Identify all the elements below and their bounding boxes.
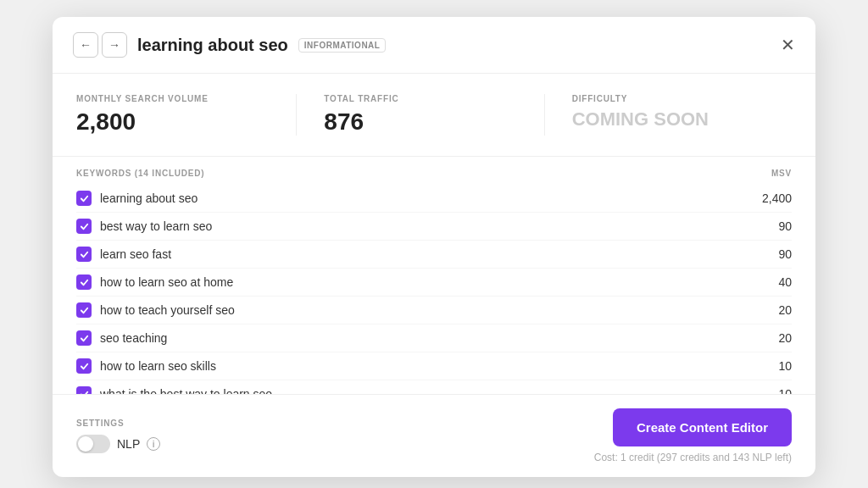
keyword-checkbox-2[interactable]: [76, 247, 92, 262]
keyword-msv-2: 90: [778, 247, 792, 261]
stat-value-msv: 2,800: [76, 108, 269, 136]
footer: SETTINGS NLP i Create Content Editor Cos…: [53, 394, 815, 477]
keyword-left-5: seo teaching: [76, 330, 167, 346]
keyword-text-5: seo teaching: [100, 331, 167, 345]
modal-container: ← → learning about seo INFORMATIONAL ✕ M…: [53, 17, 815, 477]
keyword-text-3: how to learn seo at home: [100, 275, 233, 289]
nlp-toggle[interactable]: [76, 435, 110, 453]
footer-right: Create Content Editor Cost: 1 credit (29…: [594, 408, 792, 463]
keyword-text-1: best way to learn seo: [100, 219, 212, 233]
modal-header: ← → learning about seo INFORMATIONAL ✕: [53, 17, 815, 74]
keyword-msv-5: 20: [778, 331, 792, 345]
stat-value-difficulty: COMING SOON: [572, 108, 765, 130]
stats-row: MONTHLY SEARCH VOLUME 2,800 TOTAL TRAFFI…: [53, 74, 815, 157]
settings-area: SETTINGS NLP i: [76, 419, 160, 453]
keyword-row[interactable]: how to learn seo at home40: [76, 269, 792, 297]
keywords-header: KEYWORDS (14 INCLUDED) MSV: [76, 157, 792, 185]
info-icon[interactable]: i: [147, 437, 160, 451]
keyword-left-6: how to learn seo skills: [76, 358, 216, 374]
keyword-text-2: learn seo fast: [100, 247, 171, 261]
forward-button[interactable]: →: [102, 32, 127, 58]
keyword-text-0: learning about seo: [100, 191, 198, 205]
keyword-left-4: how to teach yourself seo: [76, 302, 235, 318]
nlp-row: NLP i: [76, 435, 160, 453]
keyword-row[interactable]: seo teaching20: [76, 324, 792, 352]
keyword-left-3: how to learn seo at home: [76, 274, 233, 290]
stat-difficulty: DIFFICULTY COMING SOON: [572, 94, 792, 136]
settings-label: SETTINGS: [76, 419, 160, 428]
stat-total-traffic: TOTAL TRAFFIC 876: [324, 94, 544, 136]
keyword-msv-4: 20: [778, 303, 792, 317]
keyword-msv-6: 10: [778, 359, 792, 373]
keyword-left-1: best way to learn seo: [76, 219, 212, 234]
keyword-checkbox-0[interactable]: [76, 191, 92, 206]
keyword-checkbox-1[interactable]: [76, 219, 92, 234]
keyword-row[interactable]: best way to learn seo90: [76, 213, 792, 241]
keywords-label: KEYWORDS (14 INCLUDED): [76, 169, 205, 178]
create-content-editor-button[interactable]: Create Content Editor: [613, 408, 792, 446]
keyword-msv-3: 40: [778, 275, 792, 289]
stat-label-msv: MONTHLY SEARCH VOLUME: [76, 94, 269, 103]
nlp-label: NLP: [117, 437, 140, 451]
keyword-checkbox-4[interactable]: [76, 302, 92, 318]
keyword-checkbox-7[interactable]: [76, 386, 92, 394]
keyword-checkbox-6[interactable]: [76, 358, 92, 374]
stat-label-difficulty: DIFFICULTY: [572, 94, 765, 103]
nav-buttons: ← →: [73, 32, 127, 58]
cost-text: Cost: 1 credit (297 credits and 143 NLP …: [594, 452, 792, 463]
keyword-text-6: how to learn seo skills: [100, 359, 216, 373]
modal-title: learning about seo: [137, 36, 288, 55]
keyword-text-4: how to teach yourself seo: [100, 303, 235, 317]
back-button[interactable]: ←: [73, 32, 98, 58]
stat-monthly-search-volume: MONTHLY SEARCH VOLUME 2,800: [76, 94, 297, 136]
keyword-msv-1: 90: [778, 219, 792, 233]
keyword-checkbox-3[interactable]: [76, 274, 92, 290]
toggle-knob: [78, 436, 93, 452]
keyword-row[interactable]: learning about seo2,400: [76, 185, 792, 213]
stat-value-traffic: 876: [324, 108, 516, 136]
msv-column-label: MSV: [771, 169, 792, 178]
keyword-row[interactable]: learn seo fast90: [76, 241, 792, 269]
keyword-msv-7: 10: [778, 387, 792, 394]
keyword-row[interactable]: what is the best way to learn seo10: [76, 380, 792, 394]
close-button[interactable]: ✕: [781, 36, 795, 53]
keywords-section: KEYWORDS (14 INCLUDED) MSV learning abou…: [53, 157, 815, 394]
informational-badge: INFORMATIONAL: [298, 38, 387, 53]
keyword-left-7: what is the best way to learn seo: [76, 386, 272, 394]
keyword-left-0: learning about seo: [76, 191, 198, 206]
keyword-msv-0: 2,400: [762, 191, 792, 205]
keyword-row[interactable]: how to learn seo skills10: [76, 352, 792, 380]
stat-label-traffic: TOTAL TRAFFIC: [324, 94, 516, 103]
keyword-text-7: what is the best way to learn seo: [100, 387, 272, 394]
keyword-left-2: learn seo fast: [76, 247, 171, 262]
keywords-list: learning about seo2,400best way to learn…: [76, 185, 792, 394]
keyword-checkbox-5[interactable]: [76, 330, 92, 346]
keyword-row[interactable]: how to teach yourself seo20: [76, 297, 792, 324]
